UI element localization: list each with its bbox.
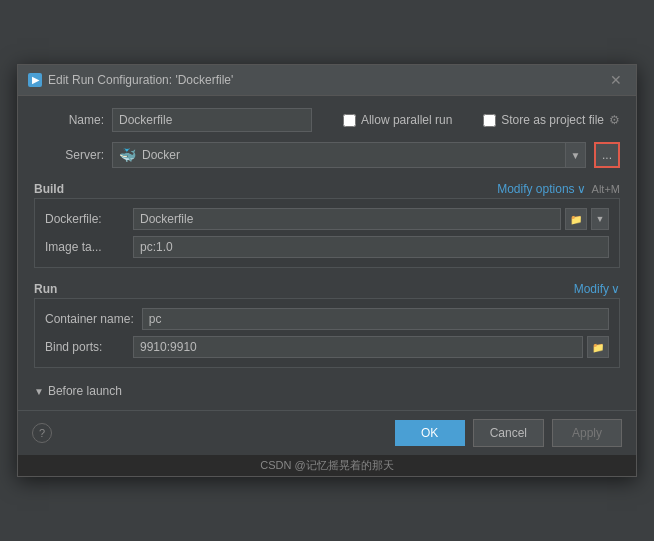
run-modify-chevron-icon: ∨	[611, 282, 620, 296]
modify-options-chevron-icon: ∨	[577, 182, 586, 196]
name-row: Name: Allow parallel run Store as projec…	[34, 108, 620, 132]
ok-button[interactable]: OK	[395, 420, 465, 446]
name-label: Name:	[34, 113, 104, 127]
build-section: Build Modify options ∨ Alt+M Dockerfile:	[34, 178, 620, 268]
build-section-content: Dockerfile: 📁 ▼ Image ta...	[34, 198, 620, 268]
dialog: ▶ Edit Run Configuration: 'Dockerfile' ✕…	[17, 64, 637, 477]
watermark: CSDN @记忆摇晃着的那天	[18, 455, 636, 476]
build-section-title: Build	[34, 182, 64, 196]
dockerfile-browse-button[interactable]: 📁	[565, 208, 587, 230]
image-tag-label: Image ta...	[45, 240, 125, 254]
server-select-inner[interactable]: 🐳 Docker	[113, 143, 565, 167]
cancel-button[interactable]: Cancel	[473, 419, 544, 447]
help-button[interactable]: ?	[32, 423, 52, 443]
modify-options-button[interactable]: Modify options ∨	[497, 182, 585, 196]
server-select-wrapper: 🐳 Docker ▼	[112, 142, 586, 168]
build-section-actions: Modify options ∨ Alt+M	[497, 182, 620, 196]
run-section-content: Container name: Bind ports: 📁	[34, 298, 620, 368]
container-name-input-wrapper	[142, 308, 609, 330]
parallel-run-checkbox[interactable]	[343, 114, 356, 127]
title-bar-left: ▶ Edit Run Configuration: 'Dockerfile'	[28, 73, 233, 87]
footer-right: OK Cancel Apply	[395, 419, 622, 447]
dockerfile-input-wrapper: 📁 ▼	[133, 208, 609, 230]
chevron-down-icon: ▼	[571, 150, 581, 161]
server-row: Server: 🐳 Docker ▼ ...	[34, 142, 620, 168]
chevron-down-small-icon: ▼	[596, 214, 605, 224]
container-name-field-row: Container name:	[35, 305, 619, 333]
store-project-checkbox[interactable]	[483, 114, 496, 127]
parallel-run-checkbox-row: Allow parallel run	[343, 113, 452, 127]
store-project-gear-icon[interactable]: ⚙	[609, 113, 620, 127]
build-section-header: Build Modify options ∨ Alt+M	[34, 182, 620, 196]
server-label: Server:	[34, 148, 104, 162]
run-config-icon: ▶	[28, 73, 42, 87]
docker-icon: 🐳	[119, 147, 136, 163]
image-tag-input-wrapper	[133, 236, 609, 258]
bind-ports-browse-button[interactable]: 📁	[587, 336, 609, 358]
store-project-checkbox-row: Store as project file ⚙	[483, 113, 620, 127]
dialog-title: Edit Run Configuration: 'Dockerfile'	[48, 73, 233, 87]
dockerfile-dropdown-button[interactable]: ▼	[591, 208, 609, 230]
folder-icon-2: 📁	[592, 342, 604, 353]
modify-options-hotkey: Alt+M	[592, 183, 620, 195]
bind-ports-input-wrapper: 📁	[133, 336, 609, 358]
title-bar: ▶ Edit Run Configuration: 'Dockerfile' ✕	[18, 65, 636, 96]
bind-ports-input[interactable]	[133, 336, 583, 358]
before-launch-collapse-icon[interactable]: ▼	[34, 386, 44, 397]
bind-ports-label: Bind ports:	[45, 340, 125, 354]
dockerfile-label: Dockerfile:	[45, 212, 125, 226]
run-modify-button[interactable]: Modify ∨	[574, 282, 620, 296]
before-launch-label: Before launch	[48, 384, 122, 398]
apply-button[interactable]: Apply	[552, 419, 622, 447]
run-section: Run Modify ∨ Container name: Bind ports:	[34, 282, 620, 368]
name-input[interactable]	[112, 108, 312, 132]
run-section-header: Run Modify ∨	[34, 282, 620, 296]
close-button[interactable]: ✕	[606, 71, 626, 89]
dockerfile-field-row: Dockerfile: 📁 ▼	[35, 205, 619, 233]
dockerfile-input[interactable]	[133, 208, 561, 230]
image-tag-input[interactable]	[133, 236, 609, 258]
run-section-title: Run	[34, 282, 57, 296]
footer-left: ?	[32, 423, 52, 443]
bind-ports-field-row: Bind ports: 📁	[35, 333, 619, 361]
image-tag-field-row: Image ta...	[35, 233, 619, 261]
server-dropdown-arrow[interactable]: ▼	[565, 143, 585, 167]
server-ellipsis-button[interactable]: ...	[594, 142, 620, 168]
before-launch-section: ▼ Before launch	[34, 384, 620, 398]
folder-icon: 📁	[570, 214, 582, 225]
store-project-label: Store as project file	[501, 113, 604, 127]
container-name-input[interactable]	[142, 308, 609, 330]
server-name: Docker	[142, 148, 180, 162]
dialog-footer: ? OK Cancel Apply	[18, 410, 636, 455]
dialog-body: Name: Allow parallel run Store as projec…	[18, 96, 636, 410]
container-name-label: Container name:	[45, 312, 134, 326]
parallel-run-label: Allow parallel run	[361, 113, 452, 127]
